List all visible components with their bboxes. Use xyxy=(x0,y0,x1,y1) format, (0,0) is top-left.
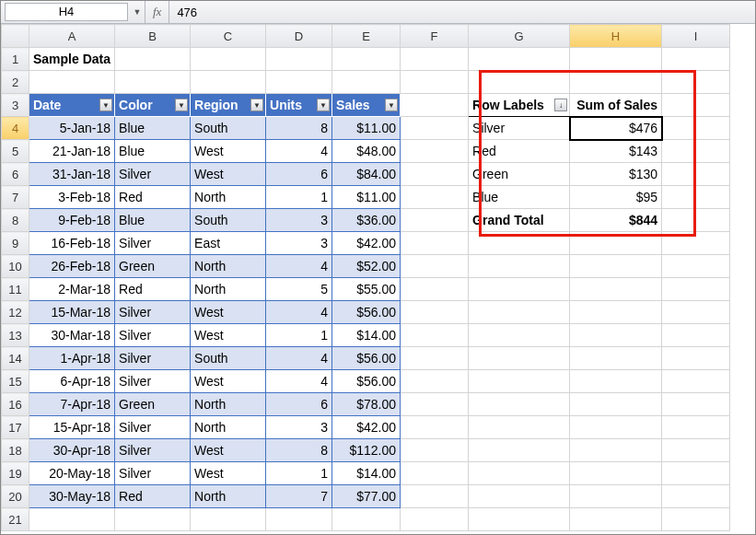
cell[interactable]: 20-May-18 xyxy=(29,462,115,485)
table-column-header[interactable]: Color▼ xyxy=(115,94,191,117)
col-header[interactable]: D xyxy=(266,25,332,48)
cell[interactable]: 26-Feb-18 xyxy=(29,255,115,278)
col-header[interactable]: I xyxy=(662,25,730,48)
row-header[interactable]: 15 xyxy=(2,370,29,393)
cell[interactable]: 5-Jan-18 xyxy=(29,117,115,140)
cell[interactable]: North xyxy=(191,278,266,301)
row-header[interactable]: 16 xyxy=(2,393,29,416)
cell[interactable]: West xyxy=(191,462,266,485)
cell[interactable]: 1 xyxy=(266,186,332,209)
cell[interactable]: $78.00 xyxy=(332,393,401,416)
cell[interactable]: $56.00 xyxy=(332,370,401,393)
cell[interactable]: $84.00 xyxy=(332,163,401,186)
cell[interactable]: 5 xyxy=(266,278,332,301)
cell[interactable]: 4 xyxy=(266,370,332,393)
row-header[interactable]: 11 xyxy=(2,278,29,301)
filter-dropdown-icon[interactable]: ▼ xyxy=(250,99,263,111)
cell[interactable]: Silver xyxy=(115,163,191,186)
cell[interactable]: $36.00 xyxy=(332,209,401,232)
filter-dropdown-icon[interactable]: ▼ xyxy=(175,99,188,111)
cell[interactable]: Silver xyxy=(115,347,191,370)
cell[interactable]: 31-Jan-18 xyxy=(29,163,115,186)
cell[interactable]: North xyxy=(191,393,266,416)
title-cell[interactable]: Sample Data xyxy=(29,48,115,71)
filter-dropdown-icon[interactable]: ▼ xyxy=(317,99,330,111)
table-column-header[interactable]: Units▼ xyxy=(266,94,332,117)
cell[interactable]: 3 xyxy=(266,209,332,232)
cell[interactable]: 3 xyxy=(266,232,332,255)
cell[interactable]: 9-Feb-18 xyxy=(29,209,115,232)
cell[interactable]: 4 xyxy=(266,255,332,278)
cell[interactable]: Silver xyxy=(115,462,191,485)
row-header[interactable]: 13 xyxy=(2,324,29,347)
row-header[interactable]: 17 xyxy=(2,416,29,439)
cell[interactable]: 15-Apr-18 xyxy=(29,416,115,439)
cell[interactable]: 6-Apr-18 xyxy=(29,370,115,393)
cell[interactable]: $14.00 xyxy=(332,462,401,485)
col-header[interactable]: A xyxy=(29,25,115,48)
col-header[interactable]: G xyxy=(469,25,570,48)
name-box[interactable]: H4 xyxy=(5,3,128,21)
cell[interactable]: $11.00 xyxy=(332,186,401,209)
cell[interactable]: 7-Apr-18 xyxy=(29,393,115,416)
fx-icon[interactable]: fx xyxy=(145,1,169,23)
col-header[interactable]: B xyxy=(115,25,191,48)
pivot-value[interactable]: $95 xyxy=(570,186,662,209)
cell[interactable]: Silver xyxy=(115,301,191,324)
cell[interactable]: $42.00 xyxy=(332,232,401,255)
cell[interactable]: 8 xyxy=(266,439,332,462)
cell[interactable]: West xyxy=(191,370,266,393)
cell[interactable]: North xyxy=(191,255,266,278)
row-header[interactable]: 4 xyxy=(2,117,29,140)
row-header[interactable]: 2 xyxy=(2,71,29,94)
cell[interactable]: Red xyxy=(115,485,191,508)
formula-input[interactable]: 476 xyxy=(169,6,204,19)
cell[interactable]: Blue xyxy=(115,117,191,140)
cell[interactable]: 21-Jan-18 xyxy=(29,140,115,163)
cell[interactable]: 4 xyxy=(266,347,332,370)
row-header[interactable]: 20 xyxy=(2,485,29,508)
cell[interactable]: North xyxy=(191,416,266,439)
cell[interactable]: 6 xyxy=(266,163,332,186)
cell[interactable]: Silver xyxy=(115,370,191,393)
table-column-header[interactable]: Date▼ xyxy=(29,94,115,117)
cell[interactable]: 30-May-18 xyxy=(29,485,115,508)
pivot-grand-total-value[interactable]: $844 xyxy=(570,209,662,232)
filter-dropdown-icon[interactable]: ▼ xyxy=(99,99,112,111)
pivot-grand-total-label[interactable]: Grand Total xyxy=(469,209,570,232)
cell[interactable]: $42.00 xyxy=(332,416,401,439)
cell[interactable]: 3 xyxy=(266,416,332,439)
cell[interactable]: Green xyxy=(115,255,191,278)
namebox-dropdown-icon[interactable]: ▼ xyxy=(130,3,145,21)
cell[interactable]: West xyxy=(191,140,266,163)
cell[interactable]: South xyxy=(191,117,266,140)
cell[interactable]: West xyxy=(191,301,266,324)
pivot-row[interactable]: Red xyxy=(469,140,570,163)
cell[interactable]: Green xyxy=(115,393,191,416)
cell[interactable]: $55.00 xyxy=(332,278,401,301)
row-header[interactable]: 18 xyxy=(2,439,29,462)
filter-dropdown-icon[interactable]: ▼ xyxy=(385,99,398,111)
cell[interactable]: South xyxy=(191,347,266,370)
cell[interactable]: North xyxy=(191,485,266,508)
cell[interactable]: Red xyxy=(115,278,191,301)
row-header[interactable]: 14 xyxy=(2,347,29,370)
pivot-sum-header[interactable]: Sum of Sales xyxy=(570,94,662,117)
cell[interactable]: $56.00 xyxy=(332,347,401,370)
cell[interactable]: $56.00 xyxy=(332,301,401,324)
pivot-row-labels-header[interactable]: Row Labels↓ xyxy=(469,94,570,117)
row-header[interactable]: 8 xyxy=(2,209,29,232)
cell[interactable]: $48.00 xyxy=(332,140,401,163)
row-header[interactable]: 10 xyxy=(2,255,29,278)
cell[interactable]: 30-Mar-18 xyxy=(29,324,115,347)
cell[interactable]: South xyxy=(191,209,266,232)
cell[interactable]: 16-Feb-18 xyxy=(29,232,115,255)
cell[interactable]: Silver xyxy=(115,439,191,462)
row-header[interactable]: 12 xyxy=(2,301,29,324)
pivot-filter-icon[interactable]: ↓ xyxy=(554,99,567,111)
cell[interactable]: 8 xyxy=(266,117,332,140)
cell[interactable]: 7 xyxy=(266,485,332,508)
cell[interactable]: Silver xyxy=(115,324,191,347)
pivot-row[interactable]: Blue xyxy=(469,186,570,209)
cell[interactable]: Blue xyxy=(115,209,191,232)
